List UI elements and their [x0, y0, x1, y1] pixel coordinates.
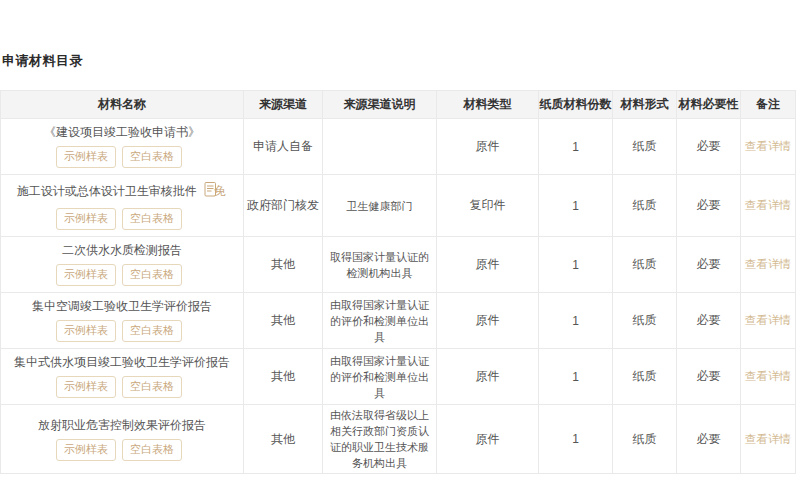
material-type-cell: 原件: [437, 293, 539, 349]
source-channel-desc-cell: [323, 119, 437, 175]
table-row: 《建设项目竣工验收申请书》示例样表空白表格申请人自备原件1纸质必要查看详情: [1, 119, 796, 175]
source-channel-cell: 其他: [244, 405, 323, 474]
column-header-source_desc: 来源渠道说明: [323, 91, 437, 119]
sample-form-button[interactable]: 示例样表: [56, 439, 116, 461]
remark-cell: 查看详情: [741, 349, 796, 405]
material-buttons: 示例样表空白表格: [11, 376, 233, 398]
svg-text:免: 免: [214, 184, 226, 198]
blank-form-button[interactable]: 空白表格: [122, 320, 182, 342]
blank-form-button[interactable]: 空白表格: [122, 208, 182, 230]
material-buttons: 示例样表空白表格: [11, 146, 233, 168]
application-materials-page: 申请材料目录 材料名称来源渠道来源渠道说明材料类型纸质材料份数材料形式材料必要性…: [0, 0, 800, 500]
source-channel-cell: 政府部门核发: [244, 175, 323, 237]
material-name-cell: 集中空调竣工验收卫生学评价报告示例样表空白表格: [1, 293, 244, 349]
view-details-link[interactable]: 查看详情: [745, 199, 791, 211]
material-type-cell: 原件: [437, 119, 539, 175]
material-form-cell: 纸质: [613, 175, 677, 237]
material-necessity-cell: 必要: [677, 119, 741, 175]
material-name-cell: 施工设计或总体设计卫生审核批件 免 示例样表空白表格: [1, 175, 244, 237]
sample-form-button[interactable]: 示例样表: [56, 264, 116, 286]
materials-table-head: 材料名称来源渠道来源渠道说明材料类型纸质材料份数材料形式材料必要性备注: [1, 91, 796, 119]
material-name: 《建设项目竣工验收申请书》: [11, 125, 233, 140]
table-row: 集中式供水项目竣工验收卫生学评价报告示例样表空白表格其他由取得国家计量认证的评价…: [1, 349, 796, 405]
table-header-row: 材料名称来源渠道来源渠道说明材料类型纸质材料份数材料形式材料必要性备注: [1, 91, 796, 119]
table-row: 施工设计或总体设计卫生审核批件 免 示例样表空白表格政府部门核发卫生健康部门复印…: [1, 175, 796, 237]
exempt-icon: 免: [204, 181, 227, 202]
column-header-form: 材料形式: [613, 91, 677, 119]
blank-form-button[interactable]: 空白表格: [122, 264, 182, 286]
material-name: 集中式供水项目竣工验收卫生学评价报告: [11, 355, 233, 370]
view-details-link[interactable]: 查看详情: [745, 314, 791, 326]
sample-form-button[interactable]: 示例样表: [56, 208, 116, 230]
paper-copies-cell: 1: [539, 405, 613, 474]
view-details-link[interactable]: 查看详情: [745, 140, 791, 152]
material-necessity-cell: 必要: [677, 405, 741, 474]
materials-table-body: 《建设项目竣工验收申请书》示例样表空白表格申请人自备原件1纸质必要查看详情施工设…: [1, 119, 796, 474]
source-channel-desc-cell: 卫生健康部门: [323, 175, 437, 237]
material-necessity-cell: 必要: [677, 293, 741, 349]
remark-cell: 查看详情: [741, 293, 796, 349]
material-form-cell: 纸质: [613, 405, 677, 474]
material-form-cell: 纸质: [613, 119, 677, 175]
materials-table: 材料名称来源渠道来源渠道说明材料类型纸质材料份数材料形式材料必要性备注 《建设项…: [0, 90, 796, 474]
source-channel-cell: 其他: [244, 237, 323, 293]
source-channel-cell: 其他: [244, 293, 323, 349]
material-name: 二次供水水质检测报告: [11, 243, 233, 258]
page-title: 申请材料目录: [2, 52, 83, 70]
material-name-cell: 《建设项目竣工验收申请书》示例样表空白表格: [1, 119, 244, 175]
paper-copies-cell: 1: [539, 119, 613, 175]
source-channel-cell: 申请人自备: [244, 119, 323, 175]
material-form-cell: 纸质: [613, 237, 677, 293]
source-channel-desc-cell: 取得国家计量认证的检测机构出具: [323, 237, 437, 293]
view-details-link[interactable]: 查看详情: [745, 433, 791, 445]
material-name-cell: 集中式供水项目竣工验收卫生学评价报告示例样表空白表格: [1, 349, 244, 405]
blank-form-button[interactable]: 空白表格: [122, 439, 182, 461]
paper-copies-cell: 1: [539, 293, 613, 349]
view-details-link[interactable]: 查看详情: [745, 370, 791, 382]
column-header-copies: 纸质材料份数: [539, 91, 613, 119]
blank-form-button[interactable]: 空白表格: [122, 146, 182, 168]
blank-form-button[interactable]: 空白表格: [122, 376, 182, 398]
material-form-cell: 纸质: [613, 349, 677, 405]
remark-cell: 查看详情: [741, 119, 796, 175]
material-necessity-cell: 必要: [677, 175, 741, 237]
material-type-cell: 原件: [437, 405, 539, 474]
material-name-cell: 放射职业危害控制效果评价报告示例样表空白表格: [1, 405, 244, 474]
view-details-link[interactable]: 查看详情: [745, 258, 791, 270]
column-header-source: 来源渠道: [244, 91, 323, 119]
material-name-cell: 二次供水水质检测报告示例样表空白表格: [1, 237, 244, 293]
material-type-cell: 原件: [437, 349, 539, 405]
column-header-remark: 备注: [741, 91, 796, 119]
material-form-cell: 纸质: [613, 293, 677, 349]
material-name: 放射职业危害控制效果评价报告: [11, 418, 233, 433]
paper-copies-cell: 1: [539, 349, 613, 405]
sample-form-button[interactable]: 示例样表: [56, 320, 116, 342]
column-header-name: 材料名称: [1, 91, 244, 119]
material-necessity-cell: 必要: [677, 349, 741, 405]
sample-form-button[interactable]: 示例样表: [56, 376, 116, 398]
material-necessity-cell: 必要: [677, 237, 741, 293]
material-buttons: 示例样表空白表格: [11, 439, 233, 461]
column-header-type: 材料类型: [437, 91, 539, 119]
table-row: 放射职业危害控制效果评价报告示例样表空白表格其他由依法取得省级以上相关行政部门资…: [1, 405, 796, 474]
table-row: 二次供水水质检测报告示例样表空白表格其他取得国家计量认证的检测机构出具原件1纸质…: [1, 237, 796, 293]
material-buttons: 示例样表空白表格: [11, 320, 233, 342]
paper-copies-cell: 1: [539, 237, 613, 293]
material-buttons: 示例样表空白表格: [11, 208, 233, 230]
source-channel-desc-cell: 由取得国家计量认证的评价和检测单位出具: [323, 349, 437, 405]
remark-cell: 查看详情: [741, 405, 796, 474]
remark-cell: 查看详情: [741, 237, 796, 293]
source-channel-desc-cell: 由依法取得省级以上相关行政部门资质认证的职业卫生技术服务机构出具: [323, 405, 437, 474]
remark-cell: 查看详情: [741, 175, 796, 237]
material-name: 施工设计或总体设计卫生审核批件 免: [11, 181, 233, 202]
material-name: 集中空调竣工验收卫生学评价报告: [11, 299, 233, 314]
material-buttons: 示例样表空白表格: [11, 264, 233, 286]
sample-form-button[interactable]: 示例样表: [56, 146, 116, 168]
material-type-cell: 复印件: [437, 175, 539, 237]
material-type-cell: 原件: [437, 237, 539, 293]
paper-copies-cell: 1: [539, 175, 613, 237]
source-channel-desc-cell: 由取得国家计量认证的评价和检测单位出具: [323, 293, 437, 349]
column-header-necessity: 材料必要性: [677, 91, 741, 119]
table-row: 集中空调竣工验收卫生学评价报告示例样表空白表格其他由取得国家计量认证的评价和检测…: [1, 293, 796, 349]
source-channel-cell: 其他: [244, 349, 323, 405]
